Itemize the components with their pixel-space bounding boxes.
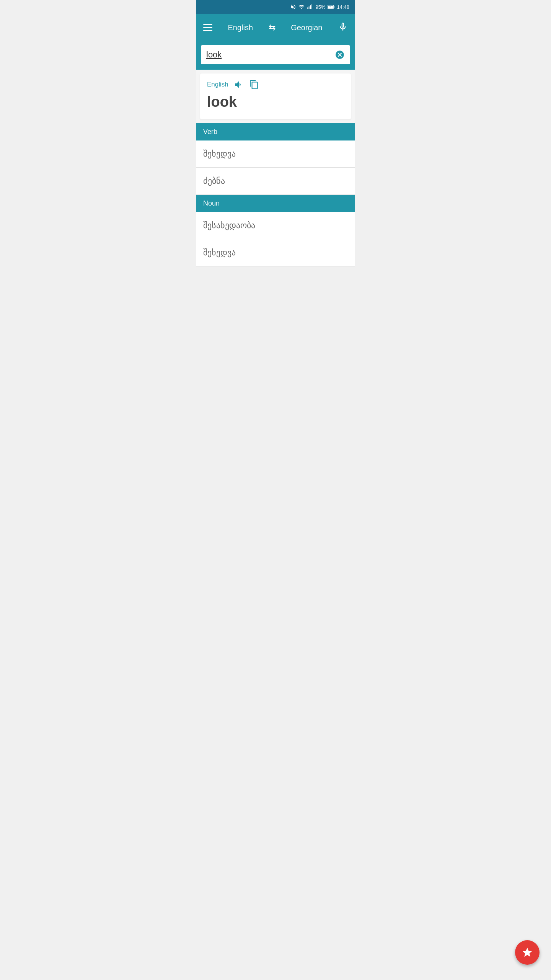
list-item[interactable]: შეხედვა xyxy=(196,140,355,168)
search-input[interactable] xyxy=(206,50,331,60)
battery-percentage: 95% xyxy=(315,4,325,10)
menu-button[interactable] xyxy=(203,24,212,31)
source-language[interactable]: English xyxy=(228,23,253,32)
svg-rect-2 xyxy=(310,5,311,9)
svg-rect-1 xyxy=(309,7,310,9)
source-word: look xyxy=(207,93,344,111)
svg-rect-5 xyxy=(334,6,335,8)
copy-button[interactable] xyxy=(249,80,259,90)
translation-header: English xyxy=(207,80,344,90)
translation-language-label: English xyxy=(207,81,228,88)
list-item[interactable]: ძებნა xyxy=(196,168,355,195)
swap-languages-button[interactable]: ⇆ xyxy=(269,23,276,33)
target-language[interactable]: Georgian xyxy=(291,23,322,32)
svg-rect-0 xyxy=(308,7,308,9)
translation-card: English look xyxy=(196,70,355,123)
mute-icon xyxy=(290,4,296,10)
signal-icon xyxy=(307,4,313,10)
search-container xyxy=(196,41,355,70)
noun-category-header: Noun xyxy=(196,195,355,212)
battery-icon xyxy=(328,4,334,10)
clear-button[interactable] xyxy=(335,50,345,60)
status-icons: 95% 14:48 xyxy=(290,4,349,10)
wifi-icon xyxy=(298,4,305,10)
svg-rect-3 xyxy=(311,4,312,9)
clock: 14:48 xyxy=(337,4,349,10)
search-box xyxy=(201,45,350,64)
voice-input-button[interactable] xyxy=(338,22,348,33)
list-item[interactable]: შეხედვა xyxy=(196,239,355,266)
translation-inner: English look xyxy=(200,74,351,119)
toolbar: English ⇆ Georgian xyxy=(196,14,355,41)
speak-button[interactable] xyxy=(234,80,244,90)
list-item[interactable]: შესახედაობა xyxy=(196,212,355,239)
status-bar: 95% 14:48 xyxy=(196,0,355,14)
verb-category-header: Verb xyxy=(196,123,355,140)
